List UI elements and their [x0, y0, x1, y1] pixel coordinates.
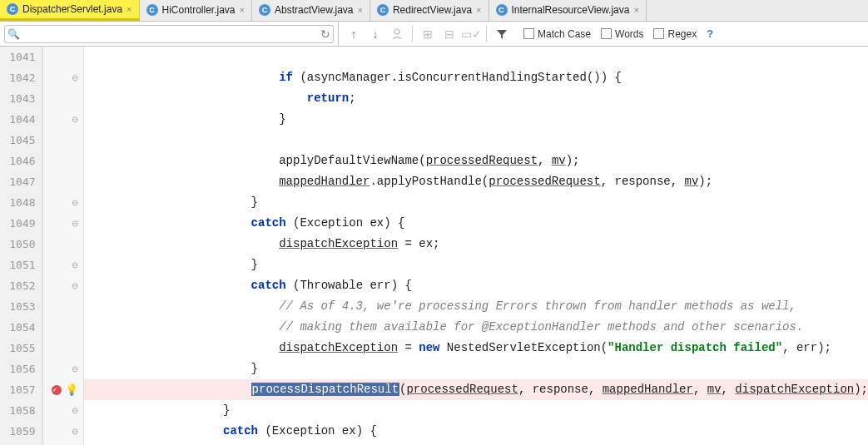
words-checkbox[interactable]: Words	[601, 28, 643, 40]
code-line[interactable]	[84, 47, 868, 67]
line-number: 1043	[0, 88, 36, 109]
code-line[interactable]: mappedHandler.applyPostHandle(processedR…	[84, 171, 868, 192]
marker-row: ⊖	[43, 109, 83, 130]
line-number: 1042	[0, 67, 36, 88]
fold-icon[interactable]: ⊖	[72, 260, 78, 269]
code-area[interactable]: if (asyncManager.isConcurrentHandlingSta…	[84, 47, 868, 445]
tab-4[interactable]: CInternalResourceView.java×	[489, 0, 647, 21]
marker-row	[43, 296, 83, 317]
code-line[interactable]: // making them available for @ExceptionH…	[84, 317, 868, 338]
line-gutter: 1041104210431044104510461047104810491050…	[0, 47, 43, 445]
java-class-icon: C	[496, 4, 508, 16]
add-selection-button[interactable]: ⊞	[418, 24, 438, 44]
line-number: 1051	[0, 255, 36, 275]
tab-label: AbstractView.java	[275, 4, 354, 16]
code-line[interactable]: }	[84, 255, 868, 275]
marker-row: ⊖	[43, 358, 83, 379]
fold-icon[interactable]: ⊖	[72, 73, 78, 82]
java-class-icon: C	[259, 4, 270, 16]
line-number: 1047	[0, 171, 36, 192]
line-number: 1048	[0, 192, 36, 213]
marker-row: ⊖	[43, 255, 83, 275]
line-number: 1059	[0, 421, 36, 442]
tab-2[interactable]: CAbstractView.java×	[252, 0, 370, 21]
tab-label: RedirectView.java	[393, 4, 472, 16]
line-number: 1046	[0, 151, 36, 171]
code-line[interactable]: }	[84, 358, 868, 379]
code-line[interactable]: }	[84, 192, 868, 213]
marker-row: ⊖	[43, 213, 83, 234]
close-icon[interactable]: ×	[126, 4, 131, 14]
search-icon: 🔍	[7, 28, 20, 40]
java-class-icon: C	[377, 4, 389, 16]
fold-icon[interactable]: ⊖	[72, 281, 78, 290]
line-number: 1041	[0, 47, 36, 67]
marker-gutter: ⊖⊖⊖⊖⊖⊖⊖✓💡⊖⊖	[43, 47, 84, 445]
close-icon[interactable]: ×	[240, 5, 245, 15]
marker-row	[43, 130, 83, 151]
code-editor[interactable]: 1041104210431044104510461047104810491050…	[0, 47, 868, 445]
separator	[486, 26, 487, 42]
code-line[interactable]: if (asyncManager.isConcurrentHandlingSta…	[84, 67, 868, 88]
marker-row: ⊖	[43, 421, 83, 442]
code-line[interactable]: catch (Exception ex) {	[84, 213, 868, 234]
tab-label: HiController.java	[162, 4, 236, 16]
fold-icon[interactable]: ⊖	[72, 198, 78, 207]
code-line[interactable]: return;	[84, 88, 868, 109]
fold-icon[interactable]: ⊖	[72, 115, 78, 124]
tab-3[interactable]: CRedirectView.java×	[370, 0, 489, 21]
regex-checkbox[interactable]: Regex	[653, 28, 697, 40]
code-line[interactable]: processDispatchResult(processedRequest, …	[84, 379, 868, 400]
line-number: 1050	[0, 234, 36, 255]
svg-point-0	[394, 29, 399, 34]
fold-icon[interactable]: ⊖	[72, 427, 78, 436]
code-line[interactable]: }	[84, 109, 868, 130]
marker-row	[43, 151, 83, 171]
regex-label: Regex	[667, 28, 697, 40]
help-icon[interactable]: ?	[707, 27, 713, 40]
marker-row: ⊖	[43, 67, 83, 88]
remove-selection-button[interactable]: ⊟	[439, 24, 459, 44]
fold-icon[interactable]: ⊖	[72, 364, 78, 373]
code-line[interactable]: dispatchException = new NestedServletExc…	[84, 338, 868, 358]
close-icon[interactable]: ×	[476, 5, 481, 15]
select-all-occurrences-button[interactable]: ▭✓	[461, 24, 481, 44]
close-icon[interactable]: ×	[633, 5, 638, 15]
line-number: 1056	[0, 358, 36, 379]
intention-bulb-icon[interactable]: 💡	[65, 383, 78, 396]
search-wrap: 🔍 ↻	[0, 22, 339, 46]
select-all-button[interactable]	[387, 24, 407, 44]
next-occurrence-button[interactable]: ↓	[365, 24, 385, 44]
code-line[interactable]	[84, 130, 868, 151]
history-icon[interactable]: ↻	[320, 27, 330, 41]
close-icon[interactable]: ×	[357, 5, 362, 15]
code-line[interactable]: applyDefaultViewName(processedRequest, m…	[84, 151, 868, 171]
marker-row: ✓💡	[43, 379, 83, 400]
filter-icon[interactable]	[492, 24, 512, 44]
line-number: 1057	[0, 379, 36, 400]
search-options: Match Case Words Regex ?	[517, 27, 720, 40]
java-class-icon: C	[146, 4, 158, 16]
marker-row	[43, 88, 83, 109]
match-case-checkbox[interactable]: Match Case	[523, 28, 591, 40]
code-line[interactable]: catch (Exception ex) {	[84, 421, 868, 442]
java-class-icon: C	[7, 3, 18, 15]
nav-icons: ↑ ↓ ⊞ ⊟ ▭✓	[339, 24, 517, 44]
search-input[interactable]	[4, 25, 334, 43]
prev-occurrence-button[interactable]: ↑	[344, 24, 364, 44]
line-number: 1044	[0, 109, 36, 130]
editor-tabs: CDispatcherServlet.java×CHiController.ja…	[0, 0, 868, 22]
marker-row	[43, 234, 83, 255]
line-number: 1045	[0, 130, 36, 151]
line-number: 1052	[0, 275, 36, 296]
line-number: 1053	[0, 296, 36, 317]
fold-icon[interactable]: ⊖	[72, 406, 78, 415]
tab-1[interactable]: CHiController.java×	[140, 0, 252, 21]
code-line[interactable]: // As of 4.3, we're processing Errors th…	[84, 296, 868, 317]
code-line[interactable]: catch (Throwable err) {	[84, 275, 868, 296]
code-line[interactable]: }	[84, 400, 868, 421]
code-line[interactable]: dispatchException = ex;	[84, 234, 868, 255]
tab-0[interactable]: CDispatcherServlet.java×	[0, 0, 140, 21]
words-label: Words	[615, 28, 643, 40]
fold-icon[interactable]: ⊖	[72, 219, 78, 228]
